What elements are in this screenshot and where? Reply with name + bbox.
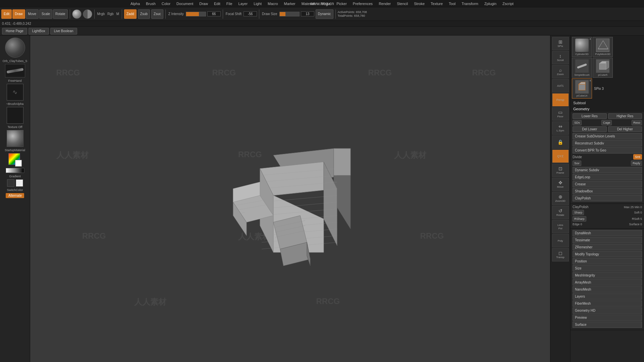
shadowbox-button[interactable]: ShadowBox <box>573 188 642 194</box>
liveboolean-button[interactable]: Live Boolean <box>50 28 77 35</box>
thumb-polymesh3d[interactable]: PolyMesh3D <box>593 37 613 57</box>
menu-layer[interactable]: Layer <box>236 1 251 6</box>
menu-texture[interactable]: Texture <box>428 1 445 6</box>
zintensity-slider[interactable] <box>186 12 206 16</box>
rt-rotate[interactable]: ↺ Rotate <box>552 206 569 219</box>
zsub2-button[interactable]: Zsuc <box>151 9 163 19</box>
stroke-icon[interactable] <box>5 64 25 77</box>
menu-zplugin[interactable]: Zplugin <box>482 1 499 6</box>
reply-button[interactable]: Reply <box>631 161 642 166</box>
reso-button[interactable]: Reso <box>632 120 642 125</box>
menu-macro[interactable]: Macro <box>265 1 281 6</box>
thumb-cylinder3d[interactable]: 4 Cylinder3D <box>572 37 592 57</box>
rt-move[interactable]: ✥ Move <box>552 178 569 191</box>
canvas-area[interactable]: RRCG RRCG RRCG RRCG 人人素材 RRCG 人人素材 RRCG … <box>30 36 550 362</box>
half-sphere-button[interactable] <box>83 9 92 19</box>
higher-res-button[interactable]: Higher Res <box>608 113 642 119</box>
lower-res-button[interactable]: Lower Res <box>573 113 607 119</box>
menu-draw[interactable]: Draw <box>197 1 211 6</box>
crease-subdiv-button[interactable]: Crease SubDivision Levels <box>573 133 642 139</box>
rt-floor[interactable]: ▭ Floor <box>552 107 569 121</box>
rt-persp[interactable]: Persp <box>552 93 569 107</box>
texture-icon[interactable] <box>7 107 23 124</box>
rt-lock[interactable]: 🔒 <box>552 135 569 149</box>
menu-edit[interactable]: Edit <box>211 1 223 6</box>
meshintegrity-button[interactable]: MeshIntegrity <box>573 272 642 279</box>
sphere-button[interactable] <box>72 9 82 19</box>
reconstruct-subdiv-button[interactable]: Reconstruct Subdiv <box>573 140 642 146</box>
lightbox-button[interactable]: LightBox <box>29 28 49 35</box>
menu-color[interactable]: Color <box>159 1 173 6</box>
brush-icon[interactable] <box>5 38 25 58</box>
menu-render[interactable]: Render <box>376 1 393 6</box>
claypolish-button[interactable]: ClayPolish <box>573 195 642 201</box>
position-button[interactable]: Position <box>573 258 642 264</box>
rt-qyz[interactable]: QYZ <box>552 149 569 163</box>
fg-color[interactable] <box>7 179 14 187</box>
edit-button[interactable]: Edit <box>1 9 12 19</box>
geometry-header[interactable]: Geometry <box>571 106 644 112</box>
surface-button[interactable]: Surface <box>573 321 642 328</box>
rt-transp[interactable]: ◻ Transp <box>552 248 569 261</box>
smt-button[interactable]: Smt <box>633 154 642 160</box>
cage-button[interactable]: Cage <box>601 120 612 125</box>
alpha-icon[interactable]: ∿ <box>7 84 23 101</box>
menu-marker[interactable]: Marker <box>281 1 298 6</box>
zsub-button[interactable]: Zsub <box>138 9 150 19</box>
zremesher-button[interactable]: ZRemesher <box>573 244 642 250</box>
rt-frame[interactable]: ⊡ Frame <box>552 164 569 177</box>
dynamic-subdiv-button[interactable]: Dynamic Subdiv <box>573 167 642 173</box>
rt-limspol[interactable]: Lims Pol <box>552 220 569 233</box>
gradient-bar[interactable] <box>6 168 24 173</box>
menu-zscript[interactable]: Zscript <box>500 1 516 6</box>
menu-stroke[interactable]: Stroke <box>411 1 427 6</box>
arraymesh-button[interactable]: ArrayMesh <box>573 279 642 286</box>
scale-button[interactable]: Scale <box>39 9 52 19</box>
layers-button[interactable]: Layers <box>573 293 642 300</box>
edgeloop-button[interactable]: EdgeLoop <box>573 174 642 180</box>
homepage-button[interactable]: Home Page <box>2 28 27 35</box>
rt-aahalf[interactable]: AA½ <box>552 79 569 93</box>
rt-scroll[interactable]: ↕ Scroll <box>552 51 569 64</box>
rt-spix[interactable]: ⊞ SPix <box>552 37 569 50</box>
tessimate-button[interactable]: Tessimate <box>573 237 642 243</box>
rsharp-button[interactable]: RSharp <box>573 216 586 222</box>
geometry-hd-button[interactable]: Geometry HD <box>573 307 642 314</box>
bg-color[interactable] <box>16 179 23 187</box>
nanomesh-button[interactable]: NanoMesh <box>573 286 642 293</box>
rt-zoom[interactable]: ⌕ Zoom <box>552 65 569 78</box>
preview-button[interactable]: Preview <box>573 314 642 321</box>
thumb-pcube5[interactable]: pCube5 <box>593 58 613 78</box>
thumb-simplebrush[interactable]: SimpleBrush <box>572 58 592 78</box>
drawsize-slider[interactable] <box>279 12 300 16</box>
fibermesh-button[interactable]: FiberMesh <box>573 300 642 307</box>
del-lower-button[interactable]: Del Lower <box>573 126 607 132</box>
menu-picker[interactable]: Picker <box>334 1 350 6</box>
modify-topology-button[interactable]: Modify Topology <box>573 251 642 257</box>
menu-stencil[interactable]: Stencil <box>394 1 411 6</box>
dynamesh-button[interactable]: DynaMesh <box>573 230 642 236</box>
del-higher-button[interactable]: Del Higher <box>608 126 642 132</box>
dynamic-button[interactable]: Dynamic <box>316 9 333 19</box>
thumb-pcube14[interactable]: 4 pCube14 <box>572 78 592 99</box>
subtool-header[interactable]: Subtool <box>571 100 644 106</box>
size-button[interactable]: Size <box>573 265 642 272</box>
rt-lsym[interactable]: ⇔ L.Sym <box>552 121 569 135</box>
menu-brush[interactable]: Brush <box>143 1 158 6</box>
menu-document[interactable]: Document <box>174 1 196 6</box>
move-button[interactable]: Move <box>26 9 39 19</box>
menu-light[interactable]: Light <box>251 1 264 6</box>
suv-button[interactable]: Suv <box>573 161 581 166</box>
rt-zoom3d[interactable]: ⊕ Zoom3D <box>552 192 569 205</box>
menu-transform[interactable]: Transform <box>459 1 481 6</box>
menu-file[interactable]: File <box>224 1 235 6</box>
menu-preferences[interactable]: Preferences <box>350 1 375 6</box>
draw-button[interactable]: Draw <box>12 9 25 19</box>
material-icon[interactable] <box>7 130 23 147</box>
convert-bpr-button[interactable]: Convert BPR To Geo <box>573 147 642 154</box>
sdv-button[interactable]: SDv <box>573 120 582 125</box>
color-picker[interactable] <box>8 153 22 167</box>
sharp-button[interactable]: Sharp <box>573 210 584 215</box>
rt-poly[interactable]: Poly <box>552 234 569 247</box>
crease-button[interactable]: Crease <box>573 181 642 187</box>
